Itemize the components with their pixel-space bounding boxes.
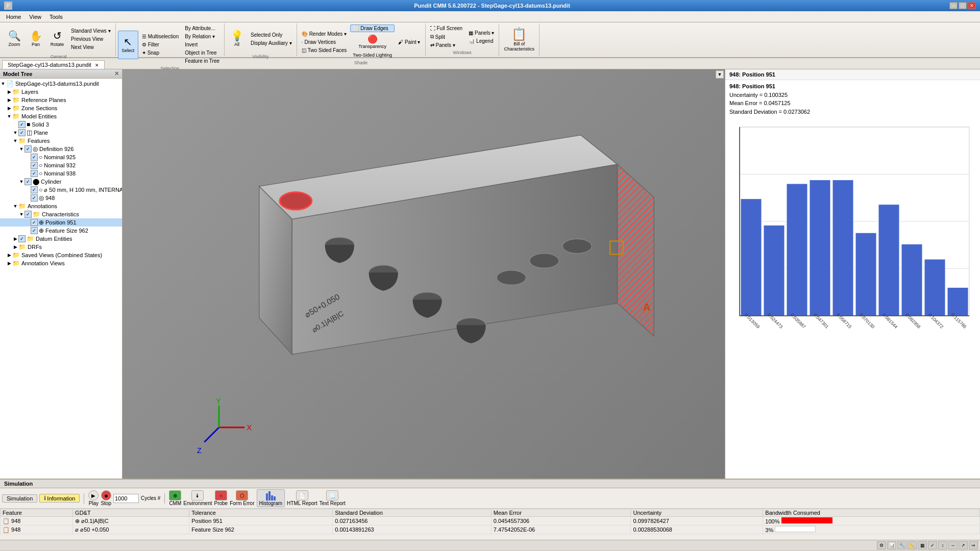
tree-checkbox[interactable]: ✓: [31, 194, 38, 202]
text-report-button[interactable]: 📃 Text Report: [320, 490, 346, 506]
transparency-button[interactable]: 🔴 Transparency: [350, 33, 395, 51]
feature-in-tree-button[interactable]: Feature in Tree: [182, 57, 222, 65]
zoom-button[interactable]: 🔍 Zoom: [4, 24, 24, 53]
menu-home[interactable]: Home: [2, 13, 25, 21]
tree-checkbox[interactable]: ✓: [31, 162, 38, 169]
probe-button[interactable]: ○ Probe: [214, 490, 228, 506]
status-icon-1[interactable]: ⚙: [877, 541, 886, 549]
tree-item-zone-sections[interactable]: ▶📁Zone Sections: [0, 104, 122, 112]
histogram-button[interactable]: Histogram: [257, 489, 285, 507]
tree-checkbox[interactable]: ✓: [18, 235, 26, 242]
tree-toggle[interactable]: ▶: [6, 253, 12, 258]
display-auxiliary-button[interactable]: Display Auxiliary ▾: [248, 39, 295, 47]
tree-toggle[interactable]: ▼: [0, 81, 6, 86]
minimize-button[interactable]: ─: [949, 2, 958, 9]
tree-checkbox[interactable]: ✓: [24, 178, 32, 185]
tree-item-plane[interactable]: ▼✓◫Plane: [0, 129, 122, 137]
tree-item-drfs[interactable]: ▶📁DRFs: [0, 243, 122, 251]
tree-checkbox[interactable]: ✓: [18, 129, 26, 136]
tree-toggle[interactable]: ▶: [12, 244, 18, 249]
tree-toggle[interactable]: ▼: [18, 212, 24, 217]
status-icon-4[interactable]: 📐: [908, 541, 917, 549]
tab-close-button[interactable]: ✕: [95, 63, 99, 68]
status-icon-8[interactable]: ↔: [948, 541, 958, 549]
tree-checkbox[interactable]: ✓: [31, 154, 38, 161]
snap-button[interactable]: ✦Snap: [139, 49, 182, 57]
viewport[interactable]: ⌀50+0.050 ⌀0.1|A|B|C A Z X Y ▼: [122, 69, 725, 479]
pan-button[interactable]: ✋ Pan: [26, 24, 46, 53]
tree-checkbox[interactable]: ✓: [31, 170, 38, 177]
legend-button[interactable]: 📊Legend: [466, 37, 497, 45]
tree-container[interactable]: ▼📄StepGage-cyl13-datums13.pundit▶📁Layers…: [0, 79, 122, 479]
tree-toggle[interactable]: ▶: [6, 106, 12, 111]
close-button[interactable]: ✕: [968, 2, 976, 9]
tree-toggle[interactable]: ▶: [6, 261, 12, 266]
two-sided-faces-button[interactable]: ◫Two Sided Faces: [299, 46, 350, 54]
status-icon-9[interactable]: ↗: [959, 541, 968, 549]
status-icon-7[interactable]: ↕: [938, 541, 947, 549]
status-icon-5[interactable]: ▦: [918, 541, 927, 549]
full-screen-button[interactable]: ⛶Full Screen: [428, 24, 465, 32]
selected-only-button[interactable]: Selected Only: [248, 31, 295, 39]
tree-checkbox[interactable]: ✓: [24, 145, 32, 153]
paint-button[interactable]: 🖌Paint ▾: [396, 38, 423, 46]
tree-toggle[interactable]: ▶: [6, 89, 12, 94]
select-button[interactable]: ↖ Select: [118, 31, 138, 59]
tree-item-solid3[interactable]: ✓■Solid 3: [0, 120, 122, 129]
two-sided-lighting-button[interactable]: Two-Sided Lighting: [350, 51, 395, 59]
tree-item-948[interactable]: ✓◎948: [0, 194, 122, 202]
tree-item-annotations[interactable]: ▼📁Annotations: [0, 202, 122, 210]
tree-checkbox[interactable]: ✓: [31, 186, 38, 193]
cmm-button[interactable]: ⊕ CMM: [169, 490, 181, 506]
tree-item-nominal925[interactable]: ✓○Nominal 925: [0, 153, 122, 161]
draw-edges-button[interactable]: ⬜Draw Edges: [350, 24, 395, 32]
form-error-button[interactable]: ⬡ Form Error: [230, 490, 254, 506]
tree-item-model-entities[interactable]: ▼📁Model Entities: [0, 112, 122, 120]
tree-checkbox[interactable]: ✓: [31, 219, 38, 226]
status-icon-6[interactable]: ✓: [928, 541, 937, 549]
tree-toggle[interactable]: ▼: [12, 130, 18, 135]
tree-item-nominal938[interactable]: ✓○Nominal 938: [0, 169, 122, 178]
menu-view[interactable]: View: [25, 13, 45, 21]
environment-button[interactable]: 🌡 Environment: [183, 490, 212, 506]
simulation-tab-btn[interactable]: Simulation: [2, 494, 37, 503]
tree-item-50mm[interactable]: ✓○⌀ 50 mm, H 100 mm, INTERNAL: [0, 186, 122, 194]
tree-item-featuresize962[interactable]: ✓⊕Feature Size 962: [0, 227, 122, 235]
status-icon-3[interactable]: 🔧: [897, 541, 906, 549]
tree-toggle[interactable]: ▶: [12, 236, 18, 241]
tree-item-root[interactable]: ▼📄StepGage-cyl13-datums13.pundit: [0, 80, 122, 88]
tree-toggle[interactable]: ▼: [6, 114, 12, 119]
by-relation-button[interactable]: By Relation ▾: [182, 33, 222, 40]
play-button[interactable]: ▶ Play: [88, 490, 99, 506]
render-modes-button[interactable]: 🎨Render Modes ▾: [299, 30, 350, 38]
menu-tools[interactable]: Tools: [45, 13, 67, 21]
invert-button[interactable]: Invert: [182, 41, 222, 48]
table-row[interactable]: 📋 948 ⊕ ⌀0.1|A|B|C Position 951 0.027163…: [1, 517, 980, 525]
tree-item-characteristics[interactable]: ▼✓📁Characteristics: [0, 210, 122, 218]
status-icon-10[interactable]: ⇒: [969, 541, 978, 549]
main-tab[interactable]: StepGage-cyl13-datums13.pundit ✕: [2, 60, 105, 69]
filter-button[interactable]: ⚙Filter: [139, 41, 182, 48]
html-report-button[interactable]: 📄 HTML Report: [287, 490, 317, 506]
panels-button[interactable]: ▦Panels ▾: [466, 29, 497, 37]
tree-item-nominal932[interactable]: ✓○Nominal 932: [0, 161, 122, 169]
tree-item-ref-planes[interactable]: ▶📁Reference Planes: [0, 96, 122, 104]
stop-button[interactable]: ■ Stop: [101, 490, 111, 506]
cycles-input[interactable]: [113, 494, 139, 503]
standard-views-button[interactable]: Standard Views ▾: [68, 27, 113, 35]
tree-item-datum-entities[interactable]: ▶✓📁Datum Entities: [0, 235, 122, 243]
split-button[interactable]: ⧉Split: [428, 33, 465, 41]
tree-item-features[interactable]: ▼📁Features: [0, 137, 122, 145]
bill-of-characteristics-button[interactable]: 📋 Bill ofCharacteristics: [501, 25, 537, 54]
status-icon-2[interactable]: 📊: [887, 541, 896, 549]
tree-item-cylinder[interactable]: ▼✓⬤Cylinder: [0, 178, 122, 186]
viewport-dropdown[interactable]: ▼: [716, 70, 724, 79]
all-button[interactable]: 💡 All: [227, 24, 247, 53]
tree-toggle[interactable]: ▶: [6, 97, 12, 103]
tree-checkbox[interactable]: ✓: [31, 227, 38, 234]
next-view-button[interactable]: Next View: [68, 43, 113, 51]
tree-item-definition926[interactable]: ▼✓◎Definition 926: [0, 145, 122, 153]
tree-checkbox[interactable]: ✓: [18, 121, 26, 128]
tree-item-layers[interactable]: ▶📁Layers: [0, 88, 122, 96]
tree-toggle[interactable]: ▼: [12, 204, 18, 209]
